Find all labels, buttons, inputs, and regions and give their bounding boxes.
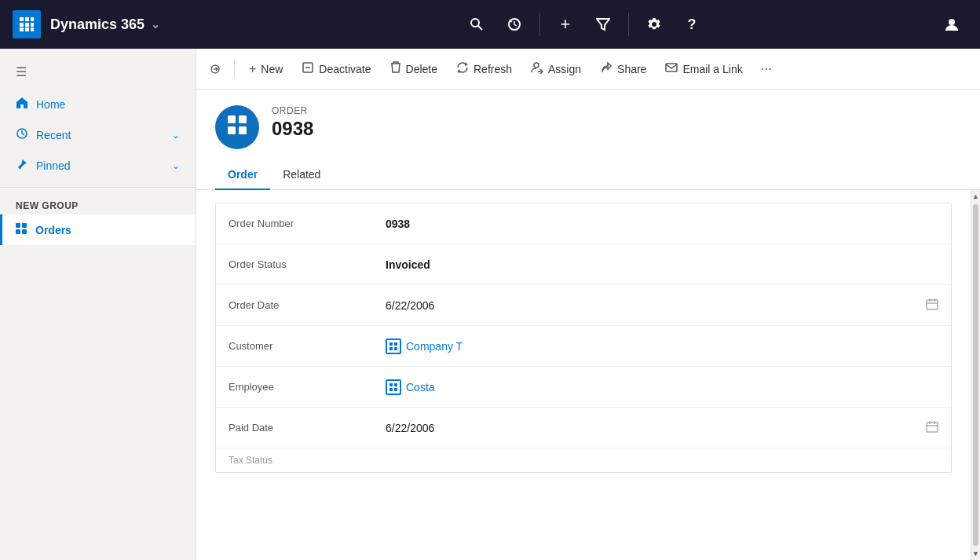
table-row: Employee Costa — [216, 367, 951, 408]
email-link-label: Email a Link — [682, 63, 742, 75]
search-icon[interactable] — [461, 9, 492, 40]
new-button[interactable]: + New — [241, 57, 291, 81]
refresh-label: Refresh — [474, 63, 512, 75]
sidebar-group-label: New Group — [0, 191, 196, 214]
svg-rect-4 — [25, 23, 29, 27]
hamburger-icon: ☰ — [16, 64, 27, 79]
table-row: Order Date 6/22/2006 — [216, 285, 951, 326]
paid-date-calendar-icon[interactable] — [926, 420, 938, 436]
app-title[interactable]: Dynamics 365 ⌄ — [50, 16, 160, 33]
more-icon: ··· — [760, 60, 772, 77]
svg-rect-34 — [394, 383, 397, 386]
form-area: Order Number 0938 Order Status Invoiced … — [196, 190, 971, 560]
svg-rect-25 — [239, 115, 247, 123]
form-container: Order Number 0938 Order Status Invoiced … — [196, 190, 980, 560]
sidebar-recent-label: Recent — [36, 129, 71, 141]
record-name: 0938 — [272, 118, 961, 140]
refresh-button[interactable]: Refresh — [448, 57, 520, 81]
top-navigation: Dynamics 365 ⌄ + — [0, 0, 980, 49]
add-icon[interactable]: + — [550, 9, 581, 40]
new-icon: + — [249, 62, 256, 76]
sidebar-pinned-left: Pinned — [16, 158, 71, 173]
svg-rect-36 — [394, 388, 397, 391]
sidebar-menu-button[interactable]: ☰ — [0, 55, 196, 89]
customer-name: Company T — [406, 340, 463, 353]
order-number-value: 0938 — [386, 218, 938, 230]
svg-point-22 — [534, 63, 539, 68]
tab-related[interactable]: Related — [270, 162, 333, 190]
deactivate-button[interactable]: Deactivate — [294, 57, 378, 81]
scroll-up-button[interactable]: ▲ — [971, 190, 980, 203]
sidebar-home-left: Home — [16, 97, 65, 112]
command-bar: + New Deactivate Delete — [196, 49, 980, 90]
svg-rect-0 — [20, 17, 24, 21]
svg-marker-12 — [597, 19, 609, 30]
tab-order[interactable]: Order — [215, 162, 270, 190]
tabs-bar: Order Related — [196, 149, 980, 190]
table-row: Tax Status — [216, 448, 951, 472]
tax-status-label: Tax Status — [229, 455, 386, 466]
record-header: ORDER 0938 — [196, 90, 980, 149]
record-info: ORDER 0938 — [272, 105, 961, 140]
svg-point-9 — [471, 19, 479, 27]
cmd-separator — [234, 60, 235, 79]
employee-value[interactable]: Costa — [386, 379, 938, 395]
right-scrollbar: ▲ ▼ — [971, 190, 980, 560]
top-nav-center: + ? — [232, 9, 936, 40]
top-nav-right — [936, 9, 980, 40]
email-link-button[interactable]: Email a Link — [657, 57, 750, 81]
employee-name: Costa — [406, 381, 435, 393]
paid-date-label: Paid Date — [229, 422, 386, 434]
email-icon — [665, 61, 678, 76]
pinned-chevron-icon: ⌄ — [172, 160, 180, 171]
svg-rect-17 — [16, 229, 20, 234]
calendar-icon[interactable] — [926, 298, 938, 313]
orders-label: Orders — [35, 224, 71, 236]
svg-rect-33 — [389, 383, 393, 386]
user-icon[interactable] — [936, 9, 967, 40]
pin-icon — [16, 158, 28, 173]
order-number-label: Order Number — [229, 218, 386, 229]
app-title-text: Dynamics 365 — [50, 16, 144, 33]
order-status-label: Order Status — [229, 258, 386, 270]
sidebar-item-pinned[interactable]: Pinned ⌄ — [0, 150, 196, 181]
filter-icon[interactable] — [587, 9, 619, 40]
svg-rect-28 — [927, 300, 938, 309]
svg-rect-26 — [228, 126, 236, 134]
employee-label: Employee — [229, 381, 386, 393]
sidebar-item-recent[interactable]: Recent ⌄ — [0, 119, 196, 150]
new-label: New — [261, 63, 283, 75]
sidebar-nav-section: New Group Orders — [0, 188, 196, 248]
svg-rect-24 — [228, 115, 236, 123]
assign-label: Assign — [548, 63, 581, 75]
main-layout: ☰ Home — [0, 49, 980, 560]
assign-button[interactable]: Assign — [523, 57, 589, 81]
order-date-value: 6/22/2006 — [386, 299, 926, 312]
more-commands-button[interactable]: ··· — [754, 57, 779, 82]
sidebar-item-home[interactable]: Home — [0, 89, 196, 119]
delete-label: Delete — [406, 63, 437, 75]
share-label: Share — [617, 63, 646, 75]
employee-link-icon — [386, 379, 401, 395]
top-nav-left: Dynamics 365 ⌄ — [0, 10, 232, 38]
recent-icon[interactable] — [499, 9, 530, 40]
svg-rect-5 — [31, 23, 34, 27]
delete-button[interactable]: Delete — [382, 57, 445, 81]
sidebar-item-orders[interactable]: Orders — [0, 214, 196, 245]
expand-collapse-button[interactable] — [203, 57, 228, 82]
settings-icon[interactable] — [638, 9, 670, 40]
help-icon[interactable]: ? — [676, 9, 708, 40]
scroll-down-button[interactable]: ▼ — [971, 547, 980, 560]
sidebar-top: ☰ Home — [0, 49, 196, 188]
scrollbar-thumb[interactable] — [973, 204, 978, 546]
sidebar-home-label: Home — [36, 98, 65, 111]
waffle-menu-icon[interactable] — [13, 10, 41, 38]
table-row: Order Number 0938 — [216, 203, 951, 244]
deactivate-icon — [302, 61, 314, 76]
record-type: ORDER — [272, 105, 961, 116]
customer-value[interactable]: Company T — [386, 339, 938, 354]
nav-divider — [539, 13, 540, 36]
order-status-value: Invoiced — [386, 258, 938, 271]
share-button[interactable]: Share — [592, 57, 654, 81]
svg-rect-27 — [239, 126, 247, 134]
